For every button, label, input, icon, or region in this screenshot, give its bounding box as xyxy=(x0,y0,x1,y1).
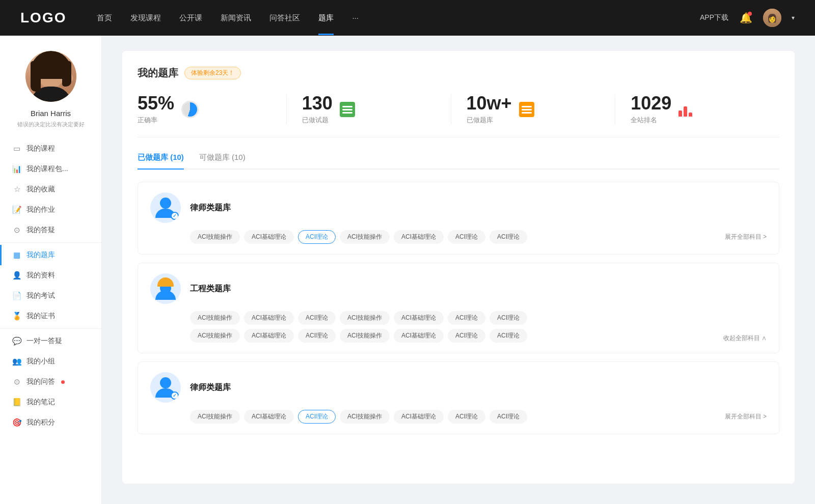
sidebar-item-coursepack[interactable]: 📊 我的课程包... xyxy=(0,159,101,179)
ranking-value: 1029 xyxy=(631,94,671,113)
stat-accuracy: 55% 正确率 xyxy=(138,94,287,125)
page-title: 我的题库 xyxy=(138,66,178,80)
tag-1-1[interactable]: ACI技能操作 xyxy=(190,230,240,244)
sidebar-item-group[interactable]: 👥 我的小组 xyxy=(0,351,101,372)
profile-icon: 👤 xyxy=(12,271,21,280)
sidebar-motto: 错误的决定比没有决定要好 xyxy=(12,121,90,128)
sidebar-item-1on1[interactable]: 💬 一对一答疑 xyxy=(0,331,101,351)
sidebar-label-notes: 我的笔记 xyxy=(26,398,55,407)
points-icon: 🎯 xyxy=(12,418,21,427)
tag-2-14[interactable]: ACI理论 xyxy=(490,329,527,343)
sidebar-label-questions: 我的答疑 xyxy=(26,226,55,235)
stat-done-banks: 10w+ 已做题库 xyxy=(451,94,616,125)
tag-3-6[interactable]: ACI理论 xyxy=(448,410,485,424)
tag-3-1[interactable]: ACI技能操作 xyxy=(190,410,240,424)
exam-icon: 📄 xyxy=(12,291,21,300)
tag-3-3[interactable]: ACI理论 xyxy=(298,410,336,424)
content-inner: 我的题库 体验剩余23天！ 55% 正确率 130 已做试题 xyxy=(122,51,795,484)
expand-btn-3[interactable]: 展开全部科目 > xyxy=(725,412,767,421)
collapse-btn-2[interactable]: 收起全部科目 ∧ xyxy=(723,334,767,343)
qbank-avatar-lawyer-1: ✓ xyxy=(150,192,181,223)
tab-done-banks[interactable]: 已做题库 (10) xyxy=(138,153,184,169)
tag-3-2[interactable]: ACI基础理论 xyxy=(244,410,294,424)
main-content: 我的题库 体验剩余23天！ 55% 正确率 130 已做试题 xyxy=(102,36,815,504)
sidebar-label-points: 我的积分 xyxy=(26,418,55,427)
tag-2-2[interactable]: ACI基础理论 xyxy=(244,311,294,325)
tag-2-3[interactable]: ACI理论 xyxy=(298,311,336,325)
coursepack-icon: 📊 xyxy=(12,164,21,174)
stat-number-accuracy: 55% 正确率 xyxy=(138,94,174,125)
nav-link-more[interactable]: ··· xyxy=(352,13,359,23)
sidebar-item-cert[interactable]: 🏅 我的证书 xyxy=(0,306,101,326)
qbank-avatar-lawyer-2: ✓ xyxy=(150,372,181,403)
sidebar-item-course[interactable]: ▭ 我的课程 xyxy=(0,138,101,159)
homework-icon: 📝 xyxy=(12,205,21,214)
qbank-card-lawyer-1: ✓ 律师类题库 ACI技能操作 ACI基础理论 ACI理论 ACI技能操作 AC… xyxy=(138,182,779,255)
tag-3-7[interactable]: ACI理论 xyxy=(490,410,527,424)
list-icon-orange xyxy=(519,102,534,117)
1on1-icon: 💬 xyxy=(12,337,21,346)
tag-2-5[interactable]: ACI基础理论 xyxy=(394,311,444,325)
nav-link-home[interactable]: 首页 xyxy=(97,13,112,23)
nav-link-news[interactable]: 新闻资讯 xyxy=(221,13,251,23)
qbank-header-2: 工程类题库 xyxy=(150,273,767,304)
tag-2-12[interactable]: ACI基础理论 xyxy=(394,329,444,343)
stat-done-questions: 130 已做试题 xyxy=(287,94,451,125)
accuracy-label: 正确率 xyxy=(138,116,174,125)
navbar: LOGO 首页 发现课程 公开课 新闻资讯 问答社区 题库 ··· APP下载 … xyxy=(0,0,815,36)
nav-link-qa[interactable]: 问答社区 xyxy=(269,13,300,23)
tag-1-7[interactable]: ACI理论 xyxy=(490,230,527,244)
sidebar-menu: ▭ 我的课程 📊 我的课程包... ☆ 我的收藏 📝 我的作业 ⊙ 我的答疑 ▦ xyxy=(0,138,101,433)
sidebar-item-questions[interactable]: ⊙ 我的答疑 xyxy=(0,220,101,240)
tag-2-10[interactable]: ACI理论 xyxy=(298,329,336,343)
myqa-dot xyxy=(61,380,65,384)
tag-3-5[interactable]: ACI基础理论 xyxy=(394,410,444,424)
divider-2 xyxy=(0,328,101,329)
qbank-icon: ▦ xyxy=(12,250,21,260)
tag-2-1[interactable]: ACI技能操作 xyxy=(190,311,240,325)
course-icon: ▭ xyxy=(12,144,21,153)
sidebar-item-homework[interactable]: 📝 我的作业 xyxy=(0,200,101,220)
app-download-link[interactable]: APP下载 xyxy=(700,13,728,22)
tag-2-13[interactable]: ACI理论 xyxy=(448,329,485,343)
page-header: 我的题库 体验剩余23天！ xyxy=(138,66,779,80)
tag-2-9[interactable]: ACI基础理论 xyxy=(244,329,294,343)
expand-btn-1[interactable]: 展开全部科目 > xyxy=(725,233,767,241)
tag-1-2[interactable]: ACI基础理论 xyxy=(244,230,294,244)
sidebar-item-exam[interactable]: 📄 我的考试 xyxy=(0,286,101,306)
done-banks-value: 10w+ xyxy=(467,94,512,113)
tag-1-5[interactable]: ACI基础理论 xyxy=(394,230,444,244)
nav-link-opencourse[interactable]: 公开课 xyxy=(179,13,202,23)
nav-link-discover[interactable]: 发现课程 xyxy=(130,13,161,23)
done-banks-label: 已做题库 xyxy=(467,116,512,125)
tag-2-11[interactable]: ACI技能操作 xyxy=(340,329,390,343)
tag-2-7[interactable]: ACI理论 xyxy=(490,311,527,325)
sidebar-item-notes[interactable]: 📒 我的笔记 xyxy=(0,392,101,412)
sidebar-item-myqa[interactable]: ⊙ 我的问答 xyxy=(0,372,101,392)
notification-bell[interactable]: 🔔 xyxy=(739,11,753,25)
notes-icon: 📒 xyxy=(12,398,21,407)
tag-2-6[interactable]: ACI理论 xyxy=(448,311,485,325)
tag-2-4[interactable]: ACI技能操作 xyxy=(340,311,390,325)
tag-1-4[interactable]: ACI技能操作 xyxy=(340,230,390,244)
tag-2-8[interactable]: ACI技能操作 xyxy=(190,329,240,343)
tag-3-4[interactable]: ACI技能操作 xyxy=(340,410,390,424)
logo: LOGO xyxy=(20,10,66,26)
sidebar-item-points[interactable]: 🎯 我的积分 xyxy=(0,412,101,433)
user-avatar-nav[interactable]: 👩 xyxy=(763,9,781,27)
qbank-card-lawyer-2: ✓ 律师类题库 ACI技能操作 ACI基础理论 ACI理论 ACI技能操作 AC… xyxy=(138,361,779,434)
questions-icon: ⊙ xyxy=(12,226,21,235)
stat-number-done: 130 已做试题 xyxy=(302,94,333,125)
tab-available-banks[interactable]: 可做题库 (10) xyxy=(199,153,246,169)
sidebar-item-favorites[interactable]: ☆ 我的收藏 xyxy=(0,179,101,200)
nav-links: 首页 发现课程 公开课 新闻资讯 问答社区 题库 ··· xyxy=(97,13,700,23)
tag-1-6[interactable]: ACI理论 xyxy=(448,230,485,244)
tag-1-3[interactable]: ACI理论 xyxy=(298,230,336,244)
avatar-dropdown-arrow[interactable]: ▾ xyxy=(792,14,795,21)
sidebar-item-qbank[interactable]: ▦ 我的题库 xyxy=(0,245,101,265)
qbank-name-3: 律师类题库 xyxy=(190,382,231,393)
qbank-header-3: ✓ 律师类题库 xyxy=(150,372,767,403)
sidebar-item-profile[interactable]: 👤 我的资料 xyxy=(0,265,101,286)
cert-icon: 🏅 xyxy=(12,312,21,321)
nav-link-qbank[interactable]: 题库 xyxy=(318,13,334,23)
